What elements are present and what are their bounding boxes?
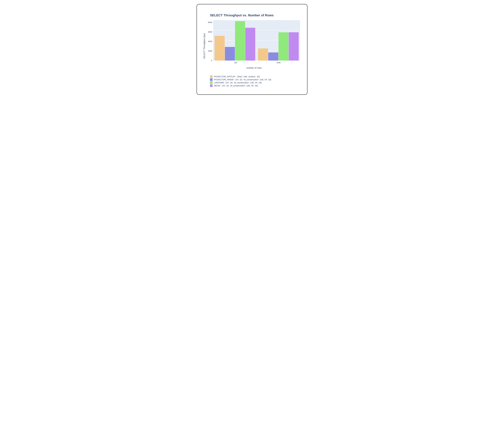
legend-label: NEON - {'m': 32, 'ef_construction': 128,… <box>214 84 258 87</box>
legend-item[interactable]: PGVECTOR_IVFFLAT - {'lists': 100, 'probe… <box>210 75 300 78</box>
y-tick-label: 6000 <box>208 31 212 33</box>
bar-group <box>213 20 257 60</box>
x-tick-label: 10k <box>214 60 257 64</box>
legend-item[interactable]: LANTERN - {'m': 32, 'ef_construction': 1… <box>210 81 300 84</box>
y-tick-label: 4000 <box>208 40 212 43</box>
bar-groups <box>213 20 300 60</box>
x-axis-ticks: 10k100k <box>208 60 300 64</box>
bar[interactable] <box>235 21 245 60</box>
legend-item[interactable]: PGVECTOR_HNSW - {'m': 32, 'ef_constructi… <box>210 78 300 81</box>
plot-area[interactable] <box>213 20 300 60</box>
bar[interactable] <box>225 47 235 60</box>
bar[interactable] <box>258 48 268 60</box>
bar[interactable] <box>268 53 278 60</box>
x-axis-label: number of rows <box>208 67 300 69</box>
chart-wrap: SELECT Throughput (tps) 8000600040002000… <box>208 20 300 69</box>
bar[interactable] <box>279 32 288 60</box>
y-axis-label: SELECT Throughput (tps) <box>203 33 206 59</box>
bar[interactable] <box>289 32 299 60</box>
legend-label: PGVECTOR_IVFFLAT - {'lists': 100, 'probe… <box>214 75 260 78</box>
legend-swatch <box>210 84 213 87</box>
chart-card: SELECT Throughput vs. Number of Rows SEL… <box>197 4 307 95</box>
bar[interactable] <box>245 28 255 60</box>
legend-swatch <box>210 75 213 78</box>
legend-label: PGVECTOR_HNSW - {'m': 32, 'ef_constructi… <box>214 78 271 81</box>
plot: 80006000400020000 <box>208 20 300 60</box>
bar-group <box>257 20 300 60</box>
bar[interactable] <box>215 36 225 60</box>
y-axis-ticks: 80006000400020000 <box>208 20 213 60</box>
chart-title: SELECT Throughput vs. Number of Rows <box>210 13 300 17</box>
legend-item[interactable]: NEON - {'m': 32, 'ef_construction': 128,… <box>210 84 300 87</box>
y-tick-label: 2000 <box>208 50 212 52</box>
y-tick-label: 0 <box>211 59 212 62</box>
legend-swatch <box>210 81 213 84</box>
legend-label: LANTERN - {'m': 32, 'ef_construction': 1… <box>214 81 262 84</box>
legend-swatch <box>210 78 213 81</box>
x-tick-label: 100k <box>257 60 300 64</box>
y-tick-label: 8000 <box>208 21 212 23</box>
legend: PGVECTOR_IVFFLAT - {'lists': 100, 'probe… <box>210 75 300 87</box>
